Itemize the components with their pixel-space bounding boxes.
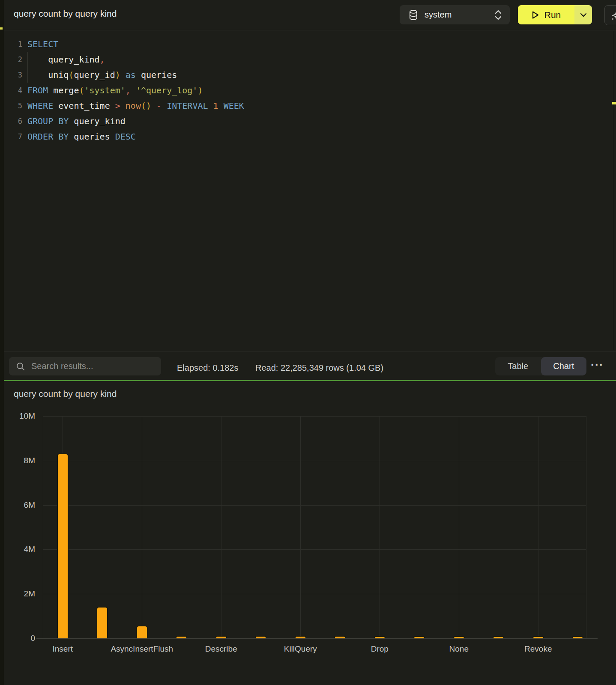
read-stats: Read: 22,285,349 rows (1.04 GB): [255, 363, 383, 373]
line-number: 4: [4, 83, 22, 98]
code-line: 5WHERE event_time > now() - INTERVAL 1 W…: [4, 98, 613, 113]
search-box[interactable]: [9, 357, 161, 375]
code-line: 4FROM merge('system', '^query_log'): [4, 83, 613, 98]
code-line: 7ORDER BY queries DESC: [4, 129, 613, 144]
x-gridline: [459, 416, 459, 638]
query-title: query count by query kind: [14, 9, 117, 19]
chart-bar[interactable]: [57, 453, 69, 638]
table-chart-toggle: Table Chart: [495, 357, 586, 375]
run-options-button[interactable]: [574, 5, 592, 24]
y-axis-label: 2M: [9, 589, 35, 599]
y-gridline: [43, 416, 586, 417]
y-gridline: [43, 549, 586, 550]
search-icon: [16, 362, 25, 371]
database-selector[interactable]: system: [400, 5, 510, 24]
x-gridline: [300, 416, 301, 638]
x-gridline: [142, 416, 142, 638]
chart-bar[interactable]: [96, 607, 108, 638]
line-number: 6: [4, 113, 22, 129]
header-bar: query count by query kind system Run: [4, 0, 616, 30]
active-tab-tick: [0, 27, 3, 30]
plot-border-line: [43, 416, 43, 638]
chevron-up-down-icon: [494, 9, 502, 21]
y-gridline: [43, 461, 586, 461]
chart-view-button[interactable]: Chart: [541, 357, 587, 375]
line-number: 7: [4, 129, 22, 144]
sparkle-icon: [611, 10, 616, 21]
y-axis-label: 8M: [9, 456, 35, 465]
y-gridline: [43, 594, 586, 594]
editor-scrollbar[interactable]: [613, 31, 613, 350]
code-line: 1SELECT: [4, 36, 613, 52]
y-gridline: [43, 505, 586, 506]
overview-ruler-mark: [612, 102, 616, 104]
code-line: 6GROUP BY query_kind: [4, 113, 613, 129]
sql-editor[interactable]: 1SELECT2 query_kind,3 uniq(query_id) as …: [4, 30, 613, 357]
x-gridline: [221, 416, 221, 638]
plot-border-line: [586, 416, 586, 638]
x-axis-line: [36, 638, 598, 639]
more-options-button[interactable]: ···: [591, 358, 604, 372]
x-axis-label: Revoke: [491, 644, 585, 654]
elapsed-time: Elapsed: 0.182s: [177, 363, 238, 373]
indent-guide: [27, 52, 28, 83]
y-axis-label: 4M: [9, 545, 35, 554]
results-toolbar: Elapsed: 0.182s Read: 22,285,349 rows (1…: [4, 351, 616, 380]
code-line: 3 uniq(query_id) as queries: [4, 67, 613, 83]
database-name: system: [425, 10, 452, 20]
line-number: 1: [4, 36, 22, 52]
chart-bar[interactable]: [136, 625, 148, 638]
line-number: 5: [4, 98, 22, 113]
ai-assistant-button[interactable]: [604, 5, 616, 25]
line-number: 2: [4, 52, 22, 67]
run-button[interactable]: Run: [518, 5, 574, 24]
search-results-input[interactable]: [30, 361, 156, 372]
play-icon: [532, 11, 539, 19]
x-gridline: [380, 416, 380, 638]
run-label: Run: [544, 10, 561, 20]
pane-divider[interactable]: [4, 380, 616, 381]
y-axis-label: 0: [9, 634, 35, 643]
table-view-button[interactable]: Table: [495, 357, 541, 375]
y-axis-label: 10M: [9, 411, 35, 421]
chart-title: query count by query kind: [14, 389, 117, 399]
line-number: 3: [4, 67, 22, 83]
chevron-down-icon: [580, 13, 587, 17]
code-line: 2 query_kind,: [4, 52, 613, 67]
y-axis-label: 6M: [9, 500, 35, 510]
window-edge-strip: [0, 0, 4, 685]
x-gridline: [538, 416, 538, 638]
database-icon: [409, 10, 418, 20]
